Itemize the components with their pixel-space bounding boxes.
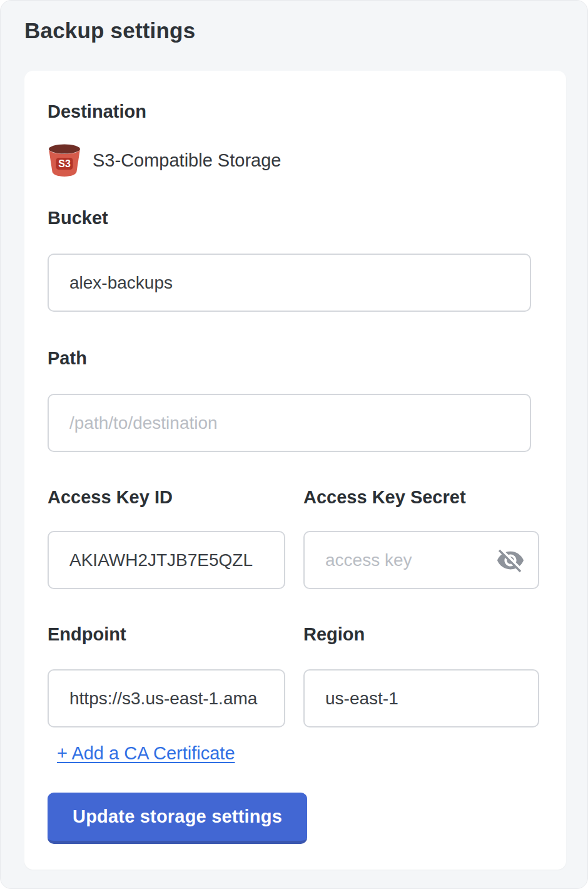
svg-text:S3: S3 [58, 158, 71, 169]
add-ca-certificate-link[interactable]: + Add a CA Certificate [57, 743, 235, 764]
access-key-secret-field [303, 531, 539, 589]
endpoint-label: Endpoint [48, 624, 285, 645]
backup-settings-card: Destination S3 S3-Compatible Storage Buc… [24, 71, 566, 870]
bucket-input[interactable] [48, 254, 531, 312]
endpoint-input[interactable] [48, 669, 285, 727]
eye-off-icon [496, 546, 525, 575]
access-key-secret-label: Access Key Secret [303, 486, 539, 508]
bucket-label: Bucket [48, 207, 566, 229]
destination-value: S3-Compatible Storage [93, 150, 281, 171]
access-key-id-input[interactable] [48, 531, 285, 589]
backup-settings-screen: Backup settings Destination S3 S3-Compat… [0, 0, 588, 889]
path-label: Path [48, 347, 566, 369]
access-key-id-label: Access Key ID [48, 486, 285, 508]
toggle-secret-visibility-button[interactable] [494, 544, 527, 577]
update-storage-settings-button[interactable]: Update storage settings [48, 793, 307, 844]
region-input[interactable] [303, 669, 539, 727]
destination-row: S3 S3-Compatible Storage [48, 143, 566, 177]
destination-label: Destination [48, 101, 566, 122]
page-title: Backup settings [24, 18, 195, 43]
path-input[interactable] [48, 394, 531, 452]
s3-bucket-icon: S3 [48, 144, 81, 177]
region-label: Region [303, 624, 539, 645]
